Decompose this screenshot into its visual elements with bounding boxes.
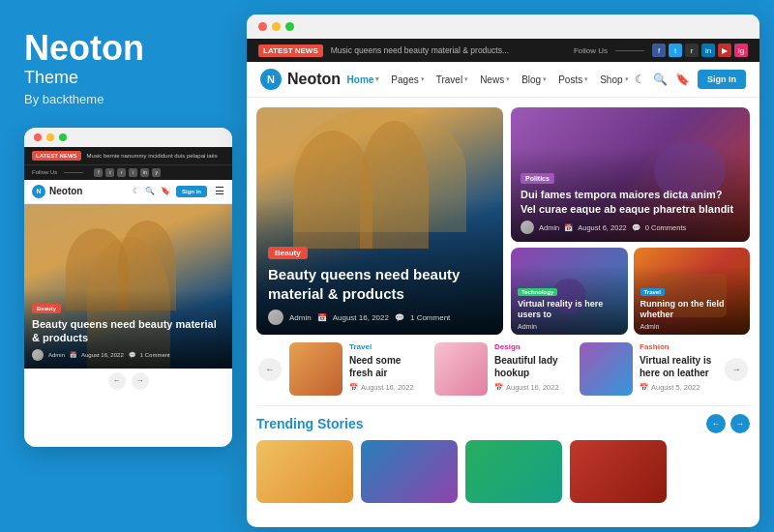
tech-card-title: Virtual reality is here users to bbox=[518, 299, 621, 320]
featured-date: August 6, 2022 bbox=[578, 223, 626, 232]
mobile-hero-title: Beauty queens need beauty material & pro… bbox=[32, 317, 224, 345]
trending-card-3[interactable] bbox=[570, 440, 667, 503]
trending-next-button[interactable]: → bbox=[730, 414, 750, 433]
nav-pages[interactable]: Pages ▾ bbox=[391, 74, 424, 85]
hero-small-card-tech[interactable]: Technology Virtual reality is here users… bbox=[511, 248, 628, 335]
article-thumb-1 bbox=[434, 342, 488, 396]
article-category-1: Design bbox=[494, 342, 572, 351]
mobile-nav-arrows: ← → bbox=[24, 369, 232, 394]
nav-blog[interactable]: Blog ▾ bbox=[521, 74, 547, 85]
trending-card-1[interactable] bbox=[361, 440, 458, 503]
politics-badge: Politics bbox=[521, 173, 554, 184]
hero-main-card[interactable]: Beauty Beauty queens need beauty materia… bbox=[256, 107, 503, 335]
nav-news[interactable]: News ▾ bbox=[480, 74, 510, 85]
article-thumb-0 bbox=[289, 342, 342, 396]
brand-sub: Theme bbox=[24, 68, 213, 88]
ticker-text: Music queens need beauty material & prod… bbox=[331, 45, 509, 55]
rss-icon[interactable]: r bbox=[685, 44, 699, 57]
nav-travel[interactable]: Travel ▾ bbox=[436, 74, 468, 85]
travel-card-author: Admin bbox=[640, 323, 660, 330]
mobile-youtube-icon[interactable]: y bbox=[152, 168, 161, 177]
top-bar-left: LATEST NEWS Music queens need beauty mat… bbox=[258, 44, 509, 57]
travel-card-title: Running on the field whether bbox=[640, 299, 744, 320]
social-icons-row: f t r in ▶ ig bbox=[652, 44, 748, 57]
mobile-search-icon[interactable]: 🔍 bbox=[145, 187, 155, 195]
mobile-prev-button[interactable]: ← bbox=[108, 372, 126, 390]
mobile-hero-overlay: Beauty Beauty queens need beauty materia… bbox=[24, 289, 232, 369]
mobile-browser-dots bbox=[24, 128, 232, 147]
article-card-2[interactable]: Fashion Virtual reality is here on leath… bbox=[580, 342, 717, 396]
follow-divider bbox=[615, 50, 644, 51]
youtube-icon[interactable]: ▶ bbox=[718, 44, 731, 57]
hero-person-2 bbox=[360, 121, 429, 249]
twitter-icon[interactable]: t bbox=[669, 44, 682, 57]
dot-yellow bbox=[46, 133, 54, 141]
trending-prev-button[interactable]: ← bbox=[706, 414, 726, 433]
theme-toggle-icon[interactable]: ☾ bbox=[635, 73, 645, 86]
mobile-rss-icon[interactable]: r bbox=[117, 168, 126, 177]
hero-featured-card[interactable]: Politics Dui fames tempora maiores dicta… bbox=[511, 107, 750, 242]
articles-next-button[interactable]: → bbox=[725, 358, 748, 381]
nav-home[interactable]: Home ▾ bbox=[347, 74, 380, 85]
article-date-text-0: August 16, 2022 bbox=[361, 383, 414, 392]
content-area: Beauty Beauty queens need beauty materia… bbox=[247, 98, 759, 513]
nav-shop[interactable]: Shop ▾ bbox=[600, 74, 628, 85]
dot-green bbox=[59, 133, 67, 141]
mobile-hamburger-icon[interactable]: ☰ bbox=[215, 185, 224, 197]
mobile-twitter-icon[interactable]: t bbox=[105, 168, 114, 177]
article-thumb-img-1 bbox=[434, 342, 488, 396]
article-title-0: Need some fresh air bbox=[349, 354, 427, 379]
hero-main-meta: Admin 📅 August 16, 2022 💬 1 Comment bbox=[268, 310, 491, 325]
mobile-date: August 16, 2022 bbox=[81, 352, 124, 358]
mobile-moon-icon[interactable]: ☾ bbox=[133, 187, 139, 195]
bookmark-icon[interactable]: 🔖 bbox=[675, 73, 690, 86]
article-card-1[interactable]: Design Beautiful lady hookup 📅 August 16… bbox=[434, 342, 572, 396]
articles-row: ← Travel Need some fresh air 📅 August 16… bbox=[256, 342, 750, 396]
article-thumb-img-0 bbox=[289, 342, 342, 396]
brand-name: Neoton bbox=[24, 29, 213, 68]
mobile-logo-text: Neoton bbox=[49, 186, 82, 196]
articles-prev-button[interactable]: ← bbox=[258, 358, 282, 381]
hero-featured-meta: Admin 📅 August 6, 2022 💬 0 Comments bbox=[521, 221, 740, 234]
facebook-icon[interactable]: f bbox=[652, 44, 666, 57]
mobile-beauty-badge: Beauty bbox=[32, 304, 61, 313]
article-date-text-2: August 5, 2022 bbox=[651, 383, 700, 392]
mobile-nav-icons: ☾ 🔍 🔖 Sign In ☰ bbox=[133, 185, 224, 197]
mobile-linkedin-icon[interactable]: in bbox=[140, 168, 149, 177]
trending-card-0[interactable] bbox=[256, 440, 353, 503]
article-category-2: Fashion bbox=[640, 342, 717, 351]
hero-featured-overlay: Politics Dui fames tempora maiores dicta… bbox=[511, 160, 750, 242]
trending-cards bbox=[256, 440, 750, 503]
tech-badge: Technology bbox=[518, 288, 557, 296]
nav-posts[interactable]: Posts ▾ bbox=[558, 74, 588, 85]
mobile-latest-bar: LATEST NEWS Music bernie nanummy incidid… bbox=[24, 147, 232, 164]
mobile-logo-letter: N bbox=[36, 188, 41, 194]
article-date-0: 📅 August 16, 2022 bbox=[349, 383, 427, 392]
article-info-0: Travel Need some fresh air 📅 August 16, … bbox=[349, 342, 427, 392]
mobile-bookmark-icon[interactable]: 🔖 bbox=[161, 187, 170, 195]
tech-card-meta: Admin bbox=[518, 323, 621, 330]
brand-title: Neoton Theme By backtheme bbox=[24, 29, 213, 106]
signin-button[interactable]: Sign In bbox=[698, 70, 746, 89]
desktop-browser: LATEST NEWS Music queens need beauty mat… bbox=[247, 15, 759, 527]
mobile-comment-icon: 💬 bbox=[129, 351, 135, 358]
search-icon[interactable]: 🔍 bbox=[653, 73, 668, 86]
trending-section: Trending Stories ← → bbox=[256, 405, 750, 503]
instagram-icon[interactable]: ig bbox=[734, 44, 748, 57]
hero-main-overlay: Beauty Beauty queens need beauty materia… bbox=[256, 232, 503, 335]
mobile-next-button[interactable]: → bbox=[132, 372, 149, 390]
hero-small-card-travel[interactable]: Travel Running on the field whether Admi… bbox=[634, 248, 751, 335]
mobile-facebook-icon[interactable]: f bbox=[94, 168, 103, 177]
mobile-instagram-icon[interactable]: i bbox=[129, 168, 137, 177]
mobile-logo: N Neoton bbox=[32, 185, 82, 198]
hero-main-title: Beauty queens need beauty material & pro… bbox=[268, 265, 491, 303]
trending-card-2[interactable] bbox=[465, 440, 562, 503]
mobile-author: Admin bbox=[48, 352, 65, 358]
article-card-0[interactable]: Travel Need some fresh air 📅 August 16, … bbox=[289, 342, 427, 396]
article-thumb-2 bbox=[580, 342, 633, 396]
linkedin-icon[interactable]: in bbox=[701, 44, 715, 57]
mobile-signin-button[interactable]: Sign In bbox=[176, 186, 207, 197]
trending-title: Trending Stories bbox=[256, 416, 363, 431]
hero-avatar bbox=[268, 310, 283, 325]
hero-right-column: Politics Dui fames tempora maiores dicta… bbox=[511, 107, 750, 335]
